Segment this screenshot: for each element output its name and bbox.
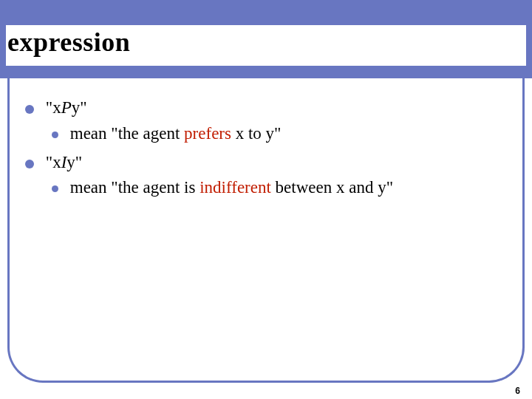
slide-title: expression	[6, 27, 130, 58]
bullet-icon	[25, 160, 34, 168]
bullet-icon	[25, 105, 34, 114]
slide-body: "xPy" mean "the agent prefers x to y" "x…	[18, 96, 514, 206]
bullet-2: "xIy"	[25, 152, 514, 174]
expr-1: "xPy"	[46, 98, 87, 117]
bullet-icon	[52, 185, 58, 192]
bullet-1: "xPy"	[25, 98, 514, 119]
sub-bullet-2: mean "the agent is indifferent between x…	[52, 177, 514, 199]
bullet-icon	[52, 132, 58, 138]
page-number: 6	[515, 386, 520, 396]
definition-2: mean "the agent is indifferent between x…	[70, 178, 393, 197]
expr-2: "xIy"	[46, 153, 82, 171]
sub-bullet-1: mean "the agent prefers x to y"	[52, 123, 514, 145]
definition-1: mean "the agent prefers x to y"	[70, 124, 282, 143]
